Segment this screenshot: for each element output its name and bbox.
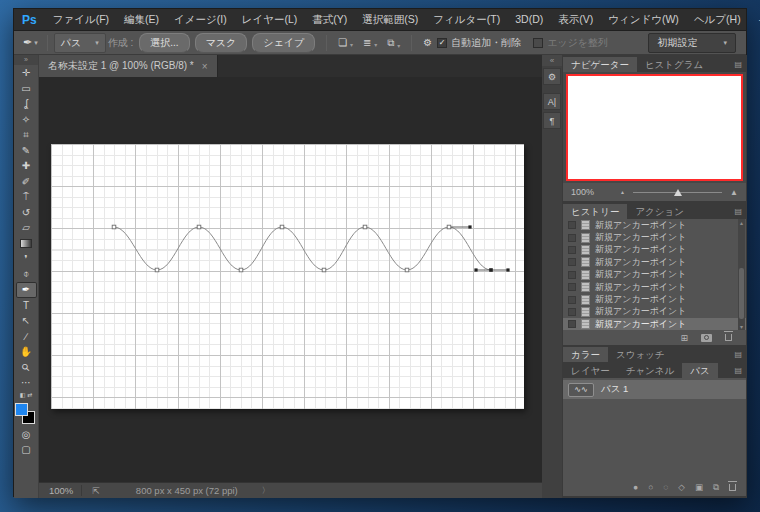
align-edges-checkbox[interactable]: [533, 38, 543, 48]
make-work-path-icon[interactable]: ◇: [678, 482, 685, 492]
history-item[interactable]: 新規アンカーポイント: [563, 306, 746, 318]
eyedropper-tool[interactable]: ✎: [16, 143, 37, 159]
stroke-path-icon[interactable]: ○: [648, 482, 653, 492]
scrollbar-thumb[interactable]: [739, 268, 744, 319]
menu-image[interactable]: イメージ(I): [167, 10, 234, 30]
tab-color[interactable]: カラー: [563, 347, 608, 362]
tool-preset-picker[interactable]: ✒ ▾: [20, 36, 41, 49]
path-operations-icon[interactable]: ❏ ▾: [333, 37, 358, 48]
panel-menu-icon[interactable]: ▤: [734, 350, 742, 359]
clone-stamp-tool[interactable]: ⍑: [16, 189, 37, 205]
zoom-out-icon[interactable]: ▲: [620, 189, 625, 195]
dodge-tool[interactable]: ⌽: [16, 267, 37, 283]
navigator-zoom-value[interactable]: 100%: [571, 187, 594, 197]
crop-tool[interactable]: ⌗: [16, 127, 37, 143]
canvas[interactable]: [51, 144, 524, 409]
tab-actions[interactable]: アクション: [627, 204, 692, 219]
scroll-down-icon[interactable]: ▾: [738, 323, 745, 330]
history-item[interactable]: 新規アンカーポイント: [563, 219, 746, 231]
navigator-zoom-slider[interactable]: [633, 192, 722, 193]
lasso-tool[interactable]: ʆ: [16, 96, 37, 112]
menu-3d[interactable]: 3D(D): [508, 10, 550, 30]
path-alignment-icon[interactable]: ≣ ▾: [358, 37, 382, 48]
history-item[interactable]: 新規アンカーポイント: [563, 269, 746, 281]
line-tool[interactable]: ∕: [16, 329, 37, 345]
fill-path-icon[interactable]: ●: [633, 482, 638, 492]
history-item-selected[interactable]: 新規アンカーポイント: [563, 318, 746, 330]
brush-tool[interactable]: ✐: [16, 174, 37, 190]
tab-layers[interactable]: レイヤー: [563, 363, 618, 378]
history-scrollbar[interactable]: ▴ ▾: [738, 219, 745, 330]
pick-mode-dropdown[interactable]: パス ▾: [54, 33, 106, 53]
foreground-color-swatch[interactable]: [15, 403, 28, 416]
document-tab[interactable]: 名称未設定 1 @ 100% (RGB/8) * ×: [39, 55, 218, 77]
panel-menu-icon[interactable]: ▤: [734, 207, 742, 216]
make-selection-button[interactable]: 選択...: [139, 33, 189, 53]
character-panel-button[interactable]: A|: [543, 93, 561, 110]
load-selection-icon[interactable]: ◌: [663, 482, 668, 492]
history-source-checkbox[interactable]: [568, 308, 576, 316]
gear-icon[interactable]: ⚙: [418, 37, 437, 48]
menu-select[interactable]: 選択範囲(S): [355, 10, 425, 30]
history-source-checkbox[interactable]: [568, 271, 576, 279]
healing-brush-tool[interactable]: ✚: [16, 158, 37, 174]
tab-history[interactable]: ヒストリー: [563, 204, 627, 219]
history-source-checkbox[interactable]: [568, 283, 576, 291]
tab-channels[interactable]: チャンネル: [618, 363, 683, 378]
marquee-tool[interactable]: ▭: [16, 81, 37, 97]
panel-menu-icon[interactable]: ▤: [734, 60, 742, 69]
history-source-checkbox[interactable]: [568, 258, 576, 266]
default-swap-colors-icon[interactable]: ◧ ⇄: [20, 391, 32, 399]
pen-tool[interactable]: ✒: [16, 282, 37, 298]
status-chevron-icon[interactable]: 〉: [262, 485, 270, 496]
gradient-tool[interactable]: [16, 236, 37, 252]
quick-selection-tool[interactable]: ✧: [16, 112, 37, 128]
auto-add-delete-checkbox[interactable]: ✓: [437, 38, 447, 48]
export-icon[interactable]: ⇱: [92, 486, 100, 496]
menu-edit[interactable]: 編集(E): [117, 10, 166, 30]
expand-panels-icon[interactable]: «: [542, 55, 562, 66]
tab-paths[interactable]: パス: [682, 363, 717, 378]
tab-swatches[interactable]: スウォッチ: [608, 347, 673, 362]
slider-thumb[interactable]: [674, 189, 682, 196]
path-item[interactable]: ∿∿ パス 1: [563, 380, 746, 399]
panel-menu-icon[interactable]: ▤: [734, 366, 742, 375]
zoom-in-icon[interactable]: ▲: [730, 188, 738, 197]
history-source-checkbox[interactable]: [568, 221, 576, 229]
toolbox-collapse-icon[interactable]: »: [14, 55, 38, 65]
history-brush-tool[interactable]: ↺: [16, 205, 37, 221]
new-path-icon[interactable]: ⧉: [713, 482, 719, 493]
new-snapshot-icon[interactable]: [701, 334, 712, 342]
scroll-up-icon[interactable]: ▴: [738, 219, 745, 226]
zoom-level-field[interactable]: 100%: [49, 485, 82, 496]
tab-histogram[interactable]: ヒストグラム: [637, 57, 711, 72]
more-tools[interactable]: ⋯: [16, 375, 37, 391]
history-item[interactable]: 新規アンカーポイント: [563, 231, 746, 243]
quick-mask-button[interactable]: ◎: [16, 427, 37, 443]
blur-tool[interactable]: ❜: [16, 251, 37, 267]
hand-tool[interactable]: ✋: [16, 344, 37, 360]
history-source-checkbox[interactable]: [568, 246, 576, 254]
zoom-tool[interactable]: ⚲: [16, 360, 37, 376]
history-item[interactable]: 新規アンカーポイント: [563, 281, 746, 293]
properties-panel-button[interactable]: ⚙: [543, 68, 561, 85]
history-source-checkbox[interactable]: [568, 296, 576, 304]
add-mask-icon[interactable]: ▣: [695, 482, 703, 492]
tab-navigator[interactable]: ナビゲーター: [563, 57, 637, 72]
delete-path-icon[interactable]: [729, 484, 736, 491]
history-item[interactable]: 新規アンカーポイント: [563, 293, 746, 305]
make-shape-button[interactable]: シェイプ: [252, 33, 315, 53]
menu-view[interactable]: 表示(V): [551, 10, 600, 30]
paragraph-panel-button[interactable]: ¶: [543, 112, 561, 129]
eraser-tool[interactable]: ▱: [16, 220, 37, 236]
history-item[interactable]: 新規アンカーポイント: [563, 244, 746, 256]
new-document-from-state-icon[interactable]: ⊞: [680, 333, 688, 343]
menu-layer[interactable]: レイヤー(L): [235, 10, 305, 30]
menu-filter[interactable]: フィルター(T): [426, 10, 507, 30]
path-selection-tool[interactable]: ↖: [16, 313, 37, 329]
navigator-proxy-view[interactable]: [566, 74, 743, 181]
history-source-checkbox[interactable]: [568, 320, 576, 328]
history-source-checkbox[interactable]: [568, 234, 576, 242]
type-tool[interactable]: T: [16, 298, 37, 314]
delete-state-icon[interactable]: [725, 334, 732, 341]
